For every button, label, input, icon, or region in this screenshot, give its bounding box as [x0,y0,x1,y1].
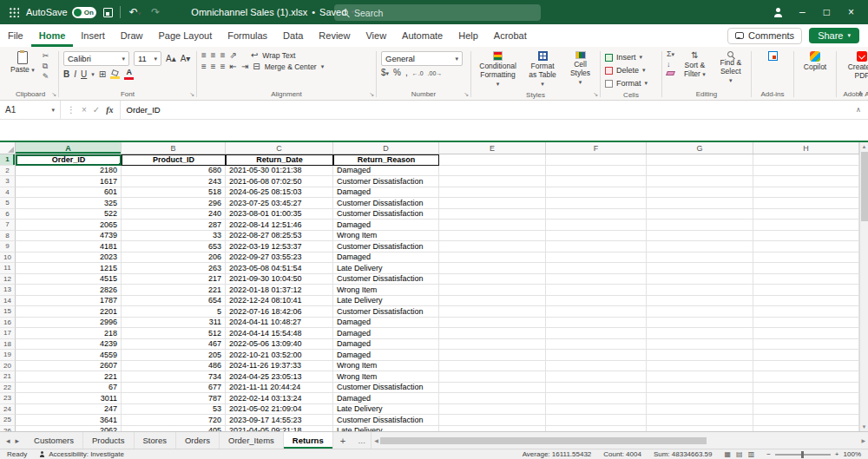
scroll-up-icon[interactable]: ▲ [862,142,867,151]
cell-C19[interactable]: 2022-10-21 03:52:00 [226,350,333,361]
cell-C26[interactable]: 2021-04-05 09:21:18 [226,426,333,432]
name-box[interactable]: A1 ▾ [0,101,61,119]
cell-B6[interactable]: 240 [122,209,226,220]
cell-E9[interactable] [439,241,546,252]
cell-H11[interactable] [753,263,859,274]
cell-E3[interactable] [439,176,546,187]
cell-F9[interactable] [546,241,647,252]
row-header-25[interactable]: 25 [0,415,16,426]
paste-button[interactable]: Paste ▾ [7,49,38,76]
cell-A17[interactable]: 218 [16,328,122,339]
cell-B19[interactable]: 205 [122,350,226,361]
copy-button[interactable]: ⧉ [43,62,49,70]
cell-C15[interactable]: 2022-07-16 18:42:06 [226,306,333,318]
cell-D12[interactable]: Customer Dissatisfaction [333,274,439,285]
cell-G7[interactable] [647,220,753,231]
cell-E6[interactable] [439,209,546,220]
cell-E2[interactable] [439,166,546,177]
ribbon-tab-formulas[interactable]: Formulas [220,24,275,47]
cell-H26[interactable] [753,426,859,432]
cell-C17[interactable]: 2024-04-14 15:54:48 [226,328,333,339]
ribbon-tab-draw[interactable]: Draw [113,24,151,47]
cell-D23[interactable]: Damaged [333,393,439,404]
autosum-button[interactable]: Σ▾ [667,50,674,58]
cell-D21[interactable]: Wrong Item [333,371,439,383]
cell-D26[interactable]: Late Delivery [333,426,439,432]
cell-B7[interactable]: 287 [122,220,226,231]
cell-A5[interactable]: 325 [16,198,122,209]
cell-C4[interactable]: 2024-06-25 08:15:03 [226,187,333,199]
cell-D10[interactable]: Damaged [333,252,439,264]
cell-G4[interactable] [647,187,753,199]
cell-C12[interactable]: 2021-09-30 10:04:50 [226,274,333,285]
cell-H6[interactable] [753,209,859,220]
cell-A4[interactable]: 601 [16,187,122,199]
cell-E21[interactable] [439,371,546,383]
cell-B10[interactable]: 206 [122,252,226,264]
cell-F21[interactable] [546,371,647,383]
zoom-slider-knob[interactable] [801,451,804,458]
cell-A3[interactable]: 1617 [16,176,122,187]
cell-H3[interactable] [753,176,859,187]
ribbon-tab-insert[interactable]: Insert [73,24,113,47]
row-header-8[interactable]: 8 [0,231,16,242]
cell-C25[interactable]: 2023-09-17 14:55:23 [226,415,333,426]
cell-G13[interactable] [647,285,753,296]
cell-F11[interactable] [546,263,647,274]
cell-F6[interactable] [546,209,647,220]
autosave-toggle[interactable]: On [72,7,96,18]
clipboard-dialog-launcher[interactable]: ↘ [51,91,56,98]
account-icon[interactable] [773,8,783,17]
column-header-G[interactable]: G [647,142,753,154]
redo-button[interactable]: ↷ [149,7,161,17]
increase-indent-button[interactable]: ⇥ [241,62,248,71]
cell-E19[interactable] [439,350,546,361]
cell-A12[interactable]: 4515 [16,274,122,285]
accounting-format-button[interactable]: $▾ [381,69,389,77]
cell-E17[interactable] [439,328,546,339]
row-header-1[interactable]: 1 [0,154,16,166]
cell-C21[interactable]: 2024-04-25 23:05:13 [226,371,333,383]
cell-G12[interactable] [647,274,753,285]
cell-H24[interactable] [753,404,859,416]
cell-D2[interactable]: Damaged [333,166,439,177]
cell-H10[interactable] [753,252,859,264]
cell-D5[interactable]: Customer Dissatisfaction [333,198,439,209]
sheet-tab-products[interactable]: Products [83,432,135,449]
bold-button[interactable]: B [63,70,69,79]
maximize-button[interactable]: □ [822,7,832,17]
cell-G16[interactable] [647,318,753,329]
app-launcher-icon[interactable] [9,7,19,17]
cell-E23[interactable] [439,393,546,404]
cell-C5[interactable]: 2023-07-25 03:45:27 [226,198,333,209]
row-header-11[interactable]: 11 [0,263,16,274]
row-header-23[interactable]: 23 [0,393,16,404]
cell-C24[interactable]: 2021-05-02 21:09:04 [226,404,333,416]
row-header-15[interactable]: 15 [0,306,16,318]
cell-F19[interactable] [546,350,647,361]
sheet-tab-stores[interactable]: Stores [135,432,176,449]
row-header-2[interactable]: 2 [0,166,16,177]
cell-B25[interactable]: 720 [122,415,226,426]
cell-G1[interactable] [647,154,753,166]
cell-D19[interactable]: Damaged [333,350,439,361]
vertical-scrollbar-thumb[interactable] [861,152,868,221]
prev-sheet-button[interactable]: ◂ [6,436,10,445]
row-header-19[interactable]: 19 [0,350,16,361]
cell-H20[interactable] [753,361,859,372]
align-right-button[interactable]: ≡ [220,62,226,71]
alignment-dialog-launcher[interactable]: ↘ [369,91,374,98]
cell-C20[interactable]: 2024-11-26 19:37:33 [226,361,333,372]
formula-bar-collapse-button[interactable]: ∧ [849,101,868,119]
cell-F7[interactable] [546,220,647,231]
cell-E22[interactable] [439,383,546,394]
cell-H12[interactable] [753,274,859,285]
delete-cells-button[interactable]: Delete▾ [605,64,648,76]
cell-B5[interactable]: 296 [122,198,226,209]
wrap-text-button[interactable]: Wrap Text [262,51,295,60]
row-header-7[interactable]: 7 [0,220,16,231]
cell-D7[interactable]: Damaged [333,220,439,231]
sort-filter-button[interactable]: ⇅ Sort & Filter ▾ [679,49,710,81]
cell-F22[interactable] [546,383,647,394]
cell-H1[interactable] [753,154,859,166]
